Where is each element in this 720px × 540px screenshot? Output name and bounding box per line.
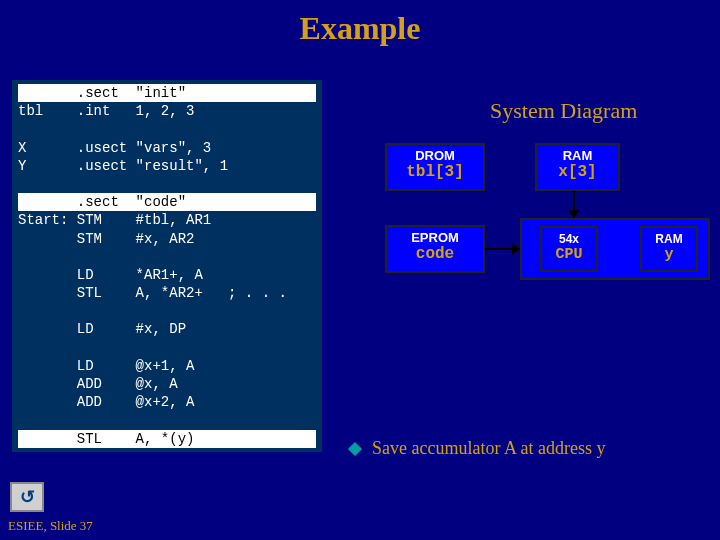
drom-label: DROM: [387, 145, 483, 163]
assembly-code-block: .sect "init" tbl .int 1, 2, 3 X .usect "…: [12, 80, 322, 452]
page-title: Example: [0, 0, 720, 47]
diagram-subtitle: System Diagram: [490, 98, 637, 124]
arrow-head-down: [568, 210, 580, 218]
ram-x-label: RAM: [537, 145, 618, 163]
ram-x-box: RAM x[3]: [535, 143, 620, 191]
drom-box: DROM tbl[3]: [385, 143, 485, 191]
ram-x-value: x[3]: [537, 163, 618, 181]
cpu-label1: 54x: [542, 228, 596, 246]
slide-footer: ESIEE, Slide 37: [8, 518, 93, 534]
cpu-box: 54x CPU: [540, 226, 598, 272]
code-line-highlight: STL A, *(y): [18, 430, 316, 448]
arrow-ram-to-cpu: [573, 191, 575, 211]
code-line-highlight: .sect "code": [18, 193, 316, 211]
eprom-box: EPROM code: [385, 225, 485, 273]
nav-back-button[interactable]: ↺: [10, 482, 44, 512]
arrow-eprom-to-cpu: [485, 248, 513, 250]
ram-y-value: y: [642, 246, 696, 263]
bullet-text: Save accumulator A at address y: [372, 438, 605, 459]
ram-y-box: RAM y: [640, 226, 698, 272]
refresh-icon: ↺: [20, 486, 35, 508]
bullet-icon: [348, 441, 362, 455]
eprom-label: EPROM: [387, 227, 483, 245]
cpu-label2: CPU: [542, 246, 596, 263]
ram-y-label: RAM: [642, 228, 696, 246]
bullet-row: Save accumulator A at address y: [350, 438, 605, 459]
code-line-highlight: .sect "init": [18, 84, 316, 102]
arrow-head-right: [512, 243, 520, 255]
eprom-value: code: [387, 245, 483, 263]
drom-value: tbl[3]: [387, 163, 483, 181]
